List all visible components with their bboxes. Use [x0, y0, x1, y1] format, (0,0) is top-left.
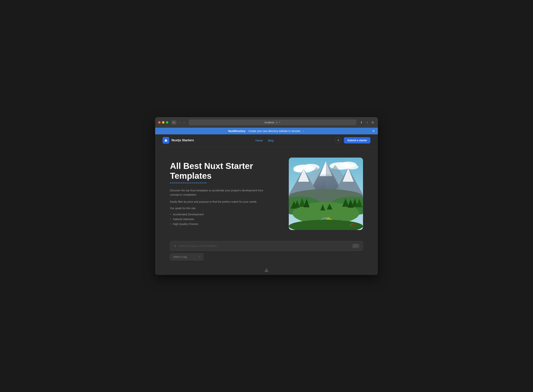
- search-placeholder-text: Search among 11 nuxt templates: [179, 244, 350, 247]
- main-nav: Nuxtjs Starters Home Blog ☀ Submit a sta…: [155, 134, 378, 146]
- share-button[interactable]: ⬆: [359, 120, 364, 125]
- banner-text: NuxtDirectory · Create your own director…: [228, 130, 305, 132]
- svg-point-33: [351, 223, 353, 225]
- goal-3-text: High-Quality Choices: [173, 223, 198, 225]
- mountain-svg: [289, 158, 363, 230]
- hero-title-line1: All Best Nuxt Starter: [170, 161, 253, 171]
- browser-actions: ⬆ + ⧉: [359, 120, 375, 125]
- forward-button[interactable]: ›: [183, 120, 186, 125]
- site-title: Nuxtjs Starters: [171, 139, 194, 142]
- goal-1-text: Accelerated Development: [173, 213, 204, 216]
- tabs-button[interactable]: ⧉: [371, 120, 375, 125]
- hero-title: All Best Nuxt Starter Templates: [170, 161, 267, 183]
- hero-content: All Best Nuxt Starter Templates Discover…: [170, 161, 267, 227]
- search-keyboard-shortcut: ⌘K: [352, 244, 359, 248]
- traffic-lights: [158, 121, 168, 124]
- sun-icon: ☀: [337, 139, 339, 142]
- search-section: ✈ Search among 11 nuxt templates ⌘K Sele…: [155, 237, 378, 266]
- hero-goals-intro: Our goals for this site:: [170, 207, 267, 210]
- nav-logo: [162, 137, 169, 144]
- browser-window: ⊟ ‹ › localhost ⊞ ↺ ⬆ + ⧉ NuxtDirectory …: [155, 117, 378, 275]
- list-item: High-Quality Choices: [170, 222, 267, 226]
- svg-point-34: [354, 224, 355, 225]
- svg-point-36: [352, 226, 353, 227]
- banner-arrow: →: [302, 130, 305, 132]
- submit-starter-button[interactable]: Submit a starter: [344, 137, 371, 144]
- footer-nuxt-icon: [264, 268, 269, 273]
- website-content: NuxtDirectory · Create your own director…: [155, 128, 378, 275]
- tag-select-label: Select a tag: [173, 255, 187, 258]
- window-button[interactable]: ⊟: [171, 121, 176, 125]
- hero-description-2: Easily filter by price and purpose to fi…: [170, 200, 267, 204]
- hero-section: All Best Nuxt Starter Templates Discover…: [155, 146, 378, 237]
- banner-description: Create your own directory website in min…: [249, 130, 301, 132]
- hero-description-1: Discover the top Nuxt templates to accel…: [170, 188, 267, 197]
- hero-image: [289, 158, 363, 230]
- list-item: Tailored Selection: [170, 217, 267, 222]
- search-bar[interactable]: ✈ Search among 11 nuxt templates ⌘K: [170, 241, 363, 251]
- maximize-traffic-light[interactable]: [166, 121, 168, 124]
- banner-close-button[interactable]: ✕: [372, 129, 375, 133]
- new-tab-button[interactable]: +: [365, 120, 369, 125]
- nuxt-logo-icon: [164, 139, 168, 142]
- goal-2-text: Tailored Selection: [173, 218, 194, 221]
- url-text: localhost: [265, 121, 274, 124]
- svg-point-6: [345, 164, 358, 169]
- back-button[interactable]: ‹: [178, 120, 181, 125]
- chevron-down-icon: ▾: [199, 256, 200, 258]
- browser-titlebar: ⊟ ‹ › localhost ⊞ ↺ ⬆ + ⧉: [155, 117, 378, 128]
- translate-icon: ⊞: [276, 121, 278, 124]
- banner-brand: NuxtDirectory: [228, 130, 246, 132]
- close-traffic-light[interactable]: [158, 121, 161, 124]
- nav-link-home[interactable]: Home: [255, 139, 263, 142]
- hero-goals-list: Accelerated Development Tailored Selecti…: [170, 212, 267, 226]
- nav-actions: ☀ Submit a starter: [335, 137, 371, 144]
- theme-toggle-button[interactable]: ☀: [335, 137, 341, 144]
- minimize-traffic-light[interactable]: [162, 121, 164, 124]
- nav-link-blog[interactable]: Blog: [268, 139, 273, 142]
- hero-title-line2: Templates: [170, 171, 212, 181]
- list-item: Accelerated Development: [170, 212, 267, 217]
- nav-brand: Nuxtjs Starters: [162, 137, 194, 144]
- tag-select-dropdown[interactable]: Select a tag ▾: [170, 253, 203, 260]
- address-bar[interactable]: localhost ⊞ ↺: [189, 120, 356, 125]
- address-icons: ⊞ ↺: [276, 121, 280, 124]
- search-icon: ✈: [174, 244, 176, 248]
- browser-controls: ⊟ ‹ ›: [171, 120, 186, 125]
- nav-links: Home Blog: [255, 139, 273, 142]
- refresh-icon[interactable]: ↺: [278, 121, 280, 124]
- announcement-banner: NuxtDirectory · Create your own director…: [155, 128, 378, 134]
- footer-logo: [155, 266, 378, 275]
- svg-point-35: [349, 225, 351, 226]
- banner-separator: ·: [247, 130, 247, 132]
